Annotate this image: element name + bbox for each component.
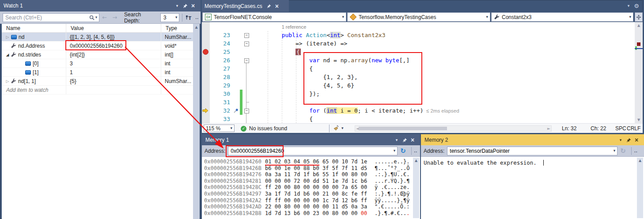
scroll-up-icon[interactable]: ▲ [413,159,419,162]
memory2-titlebar[interactable]: Memory 2 ▾ × [421,134,644,146]
gutter-cell[interactable] [202,31,210,39]
expander-icon[interactable]: ◢ [4,53,11,57]
filter-type-icon[interactable]: T [185,15,193,21]
toolbar-overflow[interactable]: .. [195,17,199,19]
watch-value [66,86,161,94]
watch-value: 3 [66,59,161,68]
toolbar-overflow[interactable]: .. [634,150,638,152]
code-cleanup-button[interactable]: ▾ [333,125,344,131]
gutter-cell[interactable] [202,81,210,90]
watch-grid: Name Value Type ▷nd{[[1, 2, 3], [4, 5, 6… [2,24,193,219]
gutter-cell[interactable] [202,98,210,106]
gutter-cell[interactable] [202,73,210,81]
class-icon [350,14,357,21]
tab-close-icon[interactable]: × [273,2,281,10]
search-input[interactable] [3,15,88,21]
search-back-icon[interactable]: ← [99,14,110,21]
nav-project-combo[interactable]: C# TensorFlowNET.Console ▾ [202,12,346,22]
pin-icon[interactable] [401,136,409,144]
status-spc[interactable]: SPC [615,125,626,132]
line-number: 26 [210,56,233,64]
nav-method-combo[interactable]: Constant2x3 ▾ [491,12,633,22]
watch-row[interactable]: ▷nd[1, 1]{5}NumShar... [2,77,193,86]
add-item-row[interactable]: Add item to watch [2,86,193,94]
memory-row: 0x000002556B1942760a 3a 11 7d 1f b6 55 1… [204,171,420,178]
memory1-titlebar[interactable]: Memory 1 ▾ × [202,134,420,146]
zoom-select[interactable]: 115 % ▾ [204,125,235,132]
watch-search-box[interactable]: ▾ [3,13,99,22]
watch-name-cell: Add item to watch [2,86,66,94]
memory2-content[interactable]: Unable to evaluate the expression. [421,157,644,219]
toolbar-overflow[interactable]: .. [414,150,417,152]
watch-row[interactable]: nd.Address0x000002556b194260void* [2,42,193,50]
memory1-address-combo[interactable]: ▾ [228,147,398,155]
gutter-cell[interactable] [202,48,210,56]
hscroll-thumb[interactable] [359,127,447,130]
close-icon[interactable]: × [189,2,197,10]
pin-icon[interactable] [625,136,633,144]
memory2-address-input[interactable] [447,148,611,154]
split-editor-button[interactable] [635,12,643,22]
gutter-cell[interactable] [202,23,210,31]
editor-vscroll[interactable]: ▲ ▼ [635,22,643,123]
search-options-caret-icon[interactable]: ▾ [95,15,99,19]
code-editor[interactable]: 1 reference23− public Action<int> Consta… [202,22,635,123]
status-eol[interactable]: CRLF [627,125,640,132]
tab-options-caret-icon[interactable]: ▾ [628,4,630,8]
gutter-cell[interactable] [202,90,210,98]
tool-spacer [233,73,240,81]
scroll-up-icon[interactable]: ▲ [635,23,643,27]
editor-hscroll[interactable]: ◄ ► [355,125,552,132]
memory2-address-combo[interactable]: ▾ [447,147,617,155]
window-menu-caret-icon[interactable]: ▾ [393,136,401,144]
fold-margin [242,64,250,73]
memory1-vscroll[interactable]: ▲ [413,158,419,218]
breakpoint-icon[interactable] [203,49,208,55]
gutter-cell[interactable] [202,39,210,48]
scroll-up-icon[interactable]: ▲ [193,25,200,29]
refresh-icon-disabled[interactable]: ↻ [620,147,626,155]
memory1-content[interactable]: 0x000002556B19426001 02 03 04 05 06 65 0… [202,157,420,219]
search-depth-label: Search Depth: [124,11,158,24]
tab-pin-icon[interactable] [265,2,273,10]
search-forward-icon[interactable]: → [110,14,120,21]
watch-row[interactable]: ◢nd.strides{int[2]}int[] [2,50,193,59]
gutter-cell[interactable] [202,115,210,123]
search-icon[interactable] [88,15,95,20]
search-depth-select[interactable]: 3 ▾ [160,13,180,22]
editor-gear-icon[interactable]: ⚙ [634,3,639,9]
expander-icon[interactable]: ▷ [4,35,11,39]
code-health-indicator[interactable]: ✓ No issues found [241,124,287,133]
refresh-icon[interactable]: ↻ [400,147,406,155]
text-caret [543,160,544,166]
fold-box[interactable]: − [244,42,249,46]
window-menu-caret-icon[interactable]: ▾ [617,136,625,144]
watch-vscroll[interactable]: ▲ [193,24,200,219]
memory-hex: 1d 7d 13 b6 00 23 00 80 00 00 00 [265,210,375,217]
col-header-name: Name [2,24,66,32]
gutter-cell[interactable] [202,64,210,73]
watch-name: nd[1, 1] [18,78,36,84]
scroll-up-icon[interactable]: ▲ [637,159,643,162]
execution-arrow-icon[interactable] [202,106,210,115]
window-menu-caret-icon[interactable]: ▾ [173,2,181,10]
fold-box[interactable]: − [244,109,249,113]
fold-box[interactable]: − [244,33,249,38]
fold-box[interactable]: − [244,58,249,63]
watch-row[interactable]: [1]1int [2,68,193,77]
expander-icon[interactable]: ▷ [4,79,11,83]
line-number: 25 [210,48,233,56]
watch-row[interactable]: [0]3int [2,59,193,68]
close-icon[interactable]: × [633,136,640,144]
scroll-down-icon[interactable]: ▼ [635,118,643,122]
scroll-right-icon[interactable]: ► [547,126,550,131]
watch-titlebar[interactable]: Watch 1 ▾ × [0,0,201,11]
watch-row[interactable]: ▷nd{[[1, 2, 3], [4, 5, 6]]}NumShar... [2,33,193,42]
close-icon[interactable]: × [409,136,417,144]
nav-class-combo[interactable]: Tensorflow.MemoryTestingCases ▾ [347,12,490,22]
memory1-address-input[interactable] [228,148,391,154]
memory2-vscroll[interactable]: ▲ [637,158,643,218]
gutter-cell[interactable] [202,56,210,64]
document-tab[interactable]: MemoryTestingCases.cs × [202,0,289,12]
pin-icon[interactable] [181,2,189,10]
